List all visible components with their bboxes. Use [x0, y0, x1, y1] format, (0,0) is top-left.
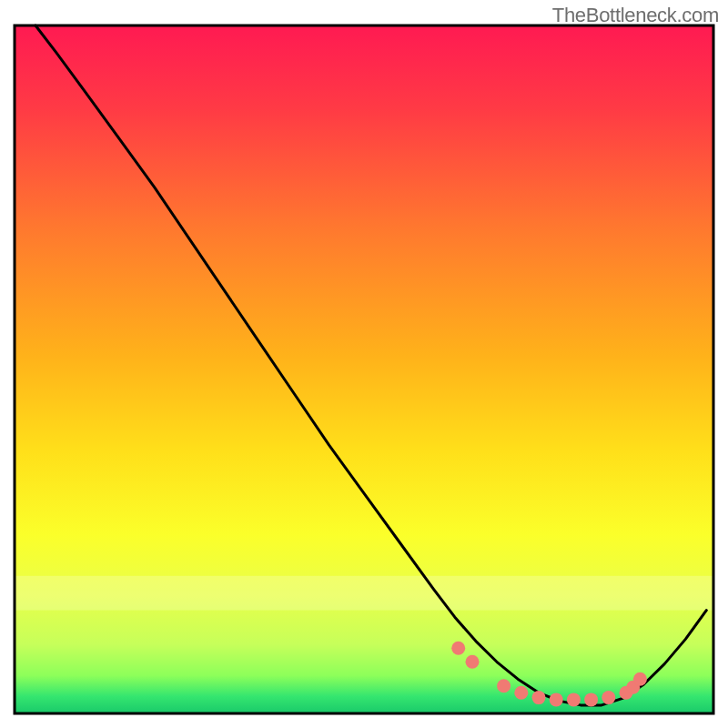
- optimal-marker: [584, 693, 598, 706]
- optimal-marker: [466, 655, 480, 669]
- optimal-marker: [514, 686, 528, 700]
- optimal-marker: [451, 642, 465, 655]
- optimal-marker: [567, 693, 581, 706]
- optimal-marker: [497, 679, 511, 693]
- optimal-marker: [550, 693, 563, 706]
- pale-band: [15, 576, 713, 611]
- optimal-marker: [633, 672, 647, 686]
- chart-container: TheBottleneck.com: [0, 0, 728, 728]
- optimal-marker: [532, 691, 546, 704]
- attribution-label: TheBottleneck.com: [552, 4, 719, 27]
- bottleneck-chart: [0, 0, 728, 728]
- optimal-marker: [602, 691, 615, 704]
